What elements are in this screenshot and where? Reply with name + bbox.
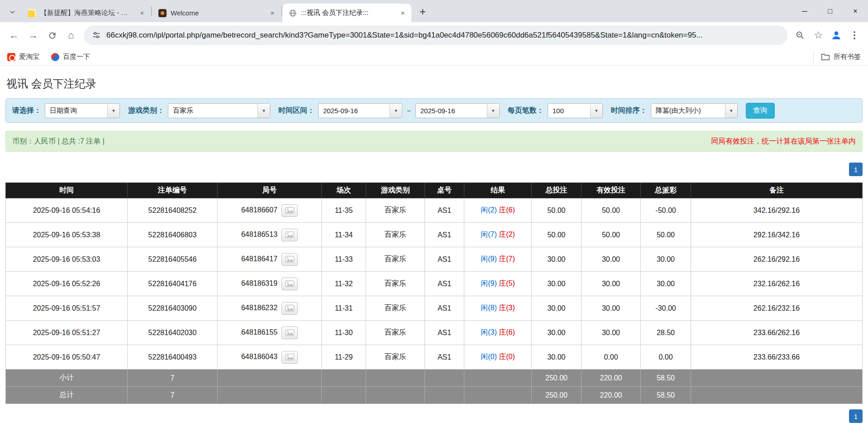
page-number-button[interactable]: 1 bbox=[849, 163, 863, 176]
picture-icon bbox=[285, 329, 294, 336]
url-text[interactable]: 66cxkj98.com/ipl/portal.php/game/betreco… bbox=[106, 31, 780, 40]
round-image-button[interactable] bbox=[281, 229, 298, 241]
round-number: 648186319 bbox=[241, 279, 277, 287]
cell-bet-id: 522816405546 bbox=[128, 247, 218, 272]
all-bookmarks-button[interactable]: 所有书签 bbox=[813, 52, 861, 62]
cell-round: 648186232 bbox=[218, 296, 322, 321]
round-image-button[interactable] bbox=[281, 204, 298, 217]
date-range-label: 时间区间： bbox=[278, 106, 315, 115]
chevron-down-icon[interactable]: ▾ bbox=[725, 104, 737, 118]
round-number: 648186417 bbox=[241, 255, 277, 263]
round-image-button[interactable] bbox=[281, 253, 298, 266]
chevron-down-icon[interactable]: ▾ bbox=[107, 104, 119, 118]
bookmark-baidu[interactable]: 百度一下 bbox=[51, 53, 90, 61]
cell-valid-bet: 30.00 bbox=[582, 321, 641, 345]
close-icon[interactable]: × bbox=[398, 8, 408, 18]
cell-total-bet[interactable]: 30.00 bbox=[532, 296, 582, 321]
address-bar[interactable]: 66cxkj98.com/ipl/portal.php/game/betreco… bbox=[84, 26, 787, 45]
cell-payout: 28.50 bbox=[641, 321, 691, 345]
cell-bet-id: 522816400493 bbox=[128, 345, 218, 370]
table-row: 2025-09-16 05:51:57522816403090648186232… bbox=[6, 296, 863, 321]
cell-valid-bet: 30.00 bbox=[582, 272, 641, 296]
maximize-button[interactable]: □ bbox=[817, 0, 843, 22]
date-to-select[interactable]: 2025-09-16 ▾ bbox=[415, 103, 500, 118]
cell-time: 2025-09-16 05:54:16 bbox=[6, 198, 128, 223]
game-type-select[interactable]: 百家乐 ▾ bbox=[168, 103, 270, 118]
cell-time: 2025-09-16 05:51:57 bbox=[6, 296, 128, 321]
welcome-favicon-icon bbox=[158, 9, 167, 17]
summary-cell: 220.00 bbox=[582, 387, 641, 404]
tab-welcome[interactable]: Welcome × bbox=[152, 4, 281, 22]
result-banker: 庄(5) bbox=[499, 279, 515, 287]
search-button[interactable]: 查询 bbox=[746, 103, 775, 119]
page-number-button[interactable]: 1 bbox=[849, 409, 863, 423]
query-type-select[interactable]: 日期查询 ▾ bbox=[45, 103, 120, 118]
tab-title: Welcome bbox=[171, 9, 263, 17]
cell-total-bet[interactable]: 30.00 bbox=[532, 272, 582, 296]
summary-cell bbox=[464, 370, 532, 387]
picture-icon bbox=[285, 280, 294, 287]
cell-total-bet[interactable]: 30.00 bbox=[532, 345, 582, 370]
cell-result: 闲(2) 庄(6) bbox=[464, 198, 532, 223]
sort-order-value: 降冪(由大到小) bbox=[651, 104, 725, 118]
cell-valid-bet: 30.00 bbox=[582, 296, 641, 321]
cell-result: 闲(9) 庄(7) bbox=[464, 247, 532, 272]
cell-result: 闲(3) 庄(6) bbox=[464, 321, 532, 345]
round-image-button[interactable] bbox=[281, 302, 298, 315]
date-to-value: 2025-09-16 bbox=[416, 104, 487, 118]
round-image-button[interactable] bbox=[281, 327, 298, 339]
cell-bet-id: 522816406803 bbox=[128, 223, 218, 247]
cell-session: 11-30 bbox=[322, 321, 366, 345]
forward-button[interactable]: → bbox=[24, 26, 43, 45]
column-header: 总派彩 bbox=[641, 183, 691, 198]
window-close-button[interactable]: × bbox=[843, 0, 868, 22]
zoom-button[interactable] bbox=[791, 26, 809, 44]
back-button[interactable]: ← bbox=[5, 26, 24, 45]
home-button[interactable]: ⌂ bbox=[62, 26, 81, 45]
bookmark-label: 爱淘宝 bbox=[19, 53, 39, 61]
close-icon[interactable]: × bbox=[267, 8, 277, 18]
per-page-select[interactable]: 100 ▾ bbox=[548, 103, 603, 118]
site-info-icon[interactable] bbox=[92, 31, 101, 40]
cell-table-id: AS1 bbox=[425, 345, 464, 370]
round-image-button[interactable] bbox=[281, 278, 298, 290]
bookmark-taobao[interactable]: 爱淘宝 bbox=[7, 53, 39, 61]
chevron-down-icon[interactable]: ▾ bbox=[487, 104, 499, 118]
summary-cell: 7 bbox=[128, 370, 218, 387]
summary-cell: 58.50 bbox=[641, 370, 691, 387]
sort-order-select[interactable]: 降冪(由大到小) ▾ bbox=[651, 103, 738, 118]
summary-cell bbox=[218, 370, 322, 387]
summary-cell: 58.50 bbox=[641, 387, 691, 404]
tab-bet-record[interactable]: :::视讯 会员下注纪录::: × bbox=[282, 4, 411, 22]
cell-time: 2025-09-16 05:53:38 bbox=[6, 223, 128, 247]
minimize-button[interactable]: ─ bbox=[792, 0, 817, 22]
cell-result: 闲(0) 庄(0) bbox=[464, 345, 532, 370]
chevron-down-icon[interactable]: ▾ bbox=[258, 104, 270, 118]
picture-icon bbox=[285, 231, 294, 238]
date-from-select[interactable]: 2025-09-16 ▾ bbox=[318, 103, 402, 118]
round-image-button[interactable] bbox=[281, 351, 298, 364]
chevron-down-icon[interactable]: ▾ bbox=[590, 104, 602, 118]
close-icon[interactable]: × bbox=[137, 8, 147, 18]
cell-table-id: AS1 bbox=[425, 272, 464, 296]
picture-icon bbox=[285, 305, 294, 312]
profile-button[interactable] bbox=[827, 26, 845, 44]
cell-total-bet[interactable]: 50.00 bbox=[532, 223, 582, 247]
tab-divider bbox=[281, 6, 282, 16]
cell-time: 2025-09-16 05:50:47 bbox=[6, 345, 128, 370]
browser-menu-button[interactable] bbox=[845, 26, 863, 44]
chevron-down-icon[interactable]: ▾ bbox=[390, 104, 402, 118]
bookmark-star-button[interactable]: ☆ bbox=[809, 26, 827, 44]
column-header: 备注 bbox=[691, 183, 863, 198]
new-tab-button[interactable]: + bbox=[415, 4, 430, 19]
table-header-row: 时间注单编号局号场次游戏类别桌号结果总投注有效投注总派彩备注 bbox=[6, 183, 863, 198]
cell-total-bet[interactable]: 30.00 bbox=[532, 321, 582, 345]
tab-forum[interactable]: 【新提醒】海燕策略论坛 - 综合… × bbox=[22, 4, 151, 22]
reload-button[interactable] bbox=[43, 26, 62, 45]
cell-total-bet[interactable]: 50.00 bbox=[532, 198, 582, 223]
cell-game-type: 百家乐 bbox=[366, 321, 425, 345]
tab-search-button[interactable] bbox=[5, 4, 20, 19]
pagination-bottom: 1 bbox=[5, 409, 863, 423]
cell-total-bet[interactable]: 30.00 bbox=[532, 247, 582, 272]
cell-game-type: 百家乐 bbox=[366, 223, 425, 247]
